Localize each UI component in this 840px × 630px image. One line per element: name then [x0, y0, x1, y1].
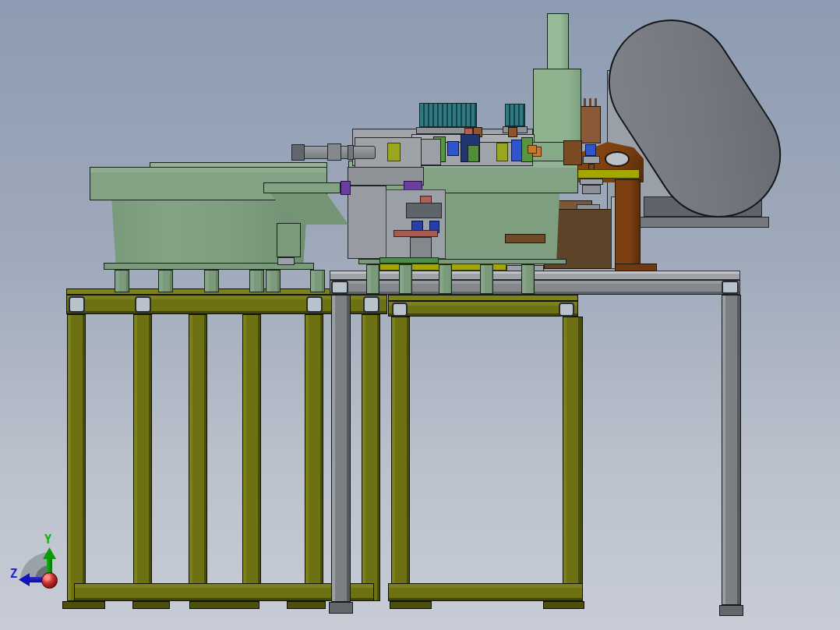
- cylinder-blue[interactable]: [447, 141, 459, 156]
- bowl-leg: [249, 270, 264, 292]
- block-yellow-green[interactable]: [387, 143, 401, 161]
- frame-right-top-rail[interactable]: [388, 301, 578, 317]
- z-axis-label: Z: [10, 567, 17, 581]
- frame-foot: [189, 601, 259, 609]
- rod-end-cap: [291, 144, 305, 161]
- frame-foot: [62, 601, 105, 609]
- bracket-stack: [582, 185, 601, 194]
- bracket-shim: [583, 156, 600, 164]
- valve-bank-small[interactable]: [505, 104, 525, 126]
- green-chimney[interactable]: [547, 13, 569, 69]
- bowl-leg: [310, 270, 325, 292]
- y-axis-label: Y: [44, 533, 51, 547]
- bowl-leg: [266, 270, 281, 292]
- pin: [584, 98, 586, 106]
- frame-corner-cap: [559, 303, 574, 317]
- bowl-leg: [480, 264, 493, 294]
- rod-ring: [348, 145, 354, 160]
- table-corner-cap: [331, 281, 348, 294]
- table-leg-left[interactable]: [331, 295, 351, 602]
- mech-dark-block: [406, 203, 442, 218]
- valve-bank-large[interactable]: [419, 103, 477, 127]
- frame-right-bottom-rail[interactable]: [388, 583, 583, 601]
- pin: [595, 98, 597, 106]
- machine-base-plate[interactable]: [330, 271, 740, 280]
- chute-end-purple: [341, 181, 351, 195]
- rod-fitting: [327, 143, 341, 161]
- yellow-strip-bracket: [577, 169, 640, 179]
- table-top-rail[interactable]: [330, 280, 740, 295]
- frame-right-top-strip[interactable]: [388, 295, 578, 301]
- bracket-hole: [605, 151, 630, 167]
- frame-corner-cap: [363, 296, 379, 313]
- brown-fitting: [508, 127, 517, 137]
- bracket-column[interactable]: [615, 179, 641, 271]
- frame-foot: [132, 601, 170, 609]
- bracket-foot: [615, 264, 657, 271]
- frame-left-post[interactable]: [305, 314, 323, 601]
- chute-foot: [277, 257, 295, 265]
- cad-viewport[interactable]: Y Z: [0, 0, 840, 630]
- bracket-stack: [580, 179, 603, 185]
- frame-left-post[interactable]: [133, 314, 152, 601]
- bowl-leg: [158, 270, 173, 292]
- table-foot-left: [329, 602, 353, 614]
- chute-bar[interactable]: [263, 182, 341, 193]
- mech-base-column: [348, 186, 386, 259]
- bowl-leg: [521, 264, 535, 294]
- block-olive[interactable]: [496, 143, 508, 161]
- mech-slide[interactable]: [410, 237, 432, 258]
- bowl-leg: [399, 264, 412, 294]
- frame-left-post[interactable]: [189, 314, 207, 601]
- pin-block[interactable]: [581, 106, 601, 143]
- frame-corner-cap: [135, 296, 151, 313]
- table-foot-right: [719, 605, 743, 616]
- solenoid-blue[interactable]: [585, 144, 596, 156]
- bowl-leg: [204, 270, 219, 292]
- frame-right-post[interactable]: [391, 317, 410, 601]
- frame-corner-cap: [69, 296, 85, 313]
- frame-foot: [287, 601, 326, 609]
- green-column[interactable]: [533, 69, 581, 143]
- frame-foot: [543, 601, 584, 609]
- gripper-green[interactable]: [468, 145, 479, 162]
- bowl-leg: [366, 264, 379, 294]
- table-corner-cap: [722, 281, 739, 294]
- table-leg-right[interactable]: [722, 295, 741, 605]
- chute-box[interactable]: [277, 223, 301, 257]
- green-plate: [379, 257, 439, 264]
- frame-right-post[interactable]: [563, 317, 583, 601]
- pin: [589, 98, 591, 106]
- frame-left-post[interactable]: [362, 314, 380, 601]
- capsule-stand-base[interactable]: [637, 217, 769, 228]
- brown-ledge: [505, 234, 545, 243]
- x-axis-ball[interactable]: [41, 572, 58, 589]
- bowl-leg: [115, 270, 129, 292]
- frame-left-bottom-rail[interactable]: [74, 583, 374, 601]
- clamp-block-brown[interactable]: [563, 140, 582, 165]
- bowl-leg: [439, 264, 452, 294]
- frame-corner-cap: [392, 303, 408, 317]
- orange-bit: [528, 145, 537, 154]
- salmon-bar: [394, 230, 438, 237]
- slide-plate: [421, 139, 441, 165]
- frame-foot: [390, 601, 432, 609]
- frame-corner-cap: [306, 296, 323, 313]
- frame-left-post[interactable]: [242, 314, 261, 601]
- frame-left-post[interactable]: [67, 314, 86, 601]
